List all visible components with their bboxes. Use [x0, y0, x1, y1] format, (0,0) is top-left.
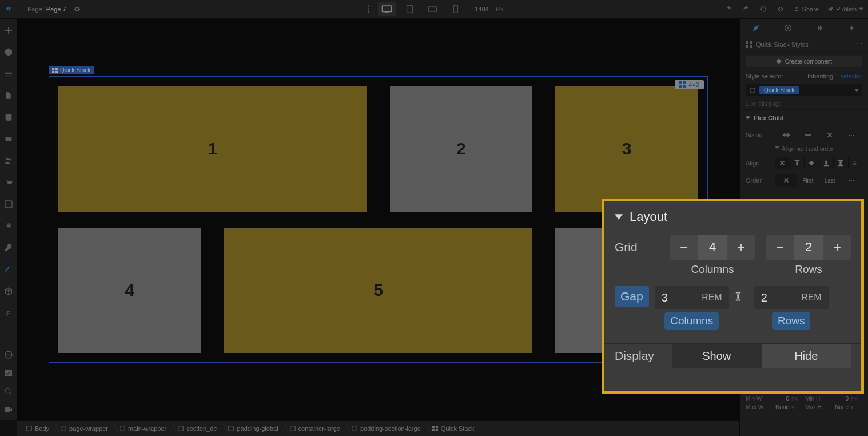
font-icon[interactable]: {F — [4, 308, 13, 318]
grid-dims-badge[interactable]: 4×2 — [675, 80, 704, 89]
tab-style-icon[interactable] — [750, 22, 762, 34]
cell-3[interactable]: 3 — [555, 86, 698, 212]
sizing-more-button[interactable]: ⋯ — [841, 129, 862, 141]
crumb-section[interactable]: section_de — [172, 421, 222, 436]
chevron-down-icon[interactable] — [854, 89, 859, 92]
gap-rows-sublabel[interactable]: Rows — [772, 312, 811, 330]
alignment-order-toggle[interactable]: Alignment and order — [740, 144, 868, 154]
rows-increment-button[interactable]: + — [823, 235, 851, 260]
device-tablet-button[interactable] — [400, 2, 419, 16]
undo-icon[interactable] — [724, 5, 734, 14]
display-show-button[interactable]: Show — [672, 344, 762, 368]
gap-label[interactable]: Gap — [615, 286, 649, 307]
sizing-grow-button[interactable] — [797, 129, 819, 141]
selector-row[interactable]: Quick Stack — [740, 82, 868, 98]
gap-columns-unit[interactable]: REM — [702, 292, 722, 303]
selector-tag[interactable]: Quick Stack — [759, 86, 799, 94]
maxh-unit[interactable]: ▾ — [851, 405, 862, 410]
order-more-button[interactable]: ⋯ — [841, 174, 862, 187]
order-first-button[interactable]: First — [797, 174, 819, 187]
search-icon[interactable] — [4, 387, 13, 396]
cell-4[interactable]: 4 — [58, 228, 201, 354]
device-mobile-landscape-button[interactable] — [423, 2, 441, 16]
more-menu-icon[interactable] — [364, 5, 373, 14]
align-center-button[interactable] — [805, 157, 819, 169]
cell-1[interactable]: 1 — [58, 86, 367, 212]
users-icon[interactable] — [4, 156, 13, 165]
maxw-value[interactable]: None — [774, 404, 789, 410]
viewport-width-value[interactable]: 1404 — [475, 6, 488, 13]
rows-decrement-button[interactable]: − — [766, 235, 794, 260]
preview-toggle-icon[interactable] — [73, 5, 81, 13]
publish-button[interactable]: Publish — [827, 6, 863, 13]
crumb-body[interactable]: Body — [21, 421, 55, 436]
rows-value[interactable]: 2 — [794, 235, 823, 260]
create-component-button[interactable]: Create component — [746, 56, 862, 67]
align-auto-button[interactable] — [775, 157, 790, 169]
crumb-quick-stack[interactable]: Quick Stack — [427, 421, 480, 436]
align-stretch-button[interactable] — [834, 157, 849, 169]
align-start-button[interactable] — [790, 157, 805, 169]
pages-icon[interactable] — [4, 91, 13, 100]
columns-decrement-button[interactable]: − — [670, 235, 698, 260]
minh-unit[interactable]: PX — [851, 396, 862, 402]
order-auto-button[interactable] — [775, 174, 797, 187]
columns-increment-button[interactable]: + — [727, 235, 755, 260]
page-name[interactable]: Page 7 — [46, 6, 66, 13]
display-toggle: Show Hide — [672, 344, 851, 368]
ecommerce-icon[interactable] — [4, 178, 13, 187]
add-element-icon[interactable] — [4, 26, 13, 35]
minw-unit[interactable]: PX — [791, 396, 803, 402]
cube-icon[interactable] — [4, 287, 13, 296]
maxh-value[interactable]: None — [834, 404, 849, 410]
code-icon[interactable] — [776, 5, 785, 14]
cell-5[interactable]: 5 — [224, 228, 533, 354]
device-desktop-button[interactable] — [377, 2, 396, 16]
svg-point-7 — [795, 7, 797, 9]
share-button[interactable]: Share — [793, 5, 819, 14]
align-end-button[interactable] — [819, 157, 834, 169]
tab-effects-icon[interactable] — [846, 22, 858, 34]
cell-2[interactable]: 2 — [390, 86, 533, 212]
gap-link-icon[interactable] — [732, 286, 751, 302]
crumb-padding-section-large[interactable]: padding-section-large — [346, 421, 427, 436]
layout-header[interactable]: Layout — [604, 201, 861, 232]
box-icon[interactable] — [4, 47, 13, 57]
redo-icon[interactable] — [742, 5, 751, 14]
flex-child-header[interactable]: Flex Child — [740, 109, 868, 126]
align-baseline-button[interactable]: A — [849, 157, 863, 169]
crumb-padding-global[interactable]: padding-global — [222, 421, 284, 436]
crumb-page-wrapper[interactable]: page-wrapper — [55, 421, 114, 436]
path-icon[interactable] — [4, 265, 13, 274]
apps-icon[interactable] — [4, 200, 13, 209]
selection-badge[interactable]: Quick Stack — [49, 66, 94, 74]
settings-icon[interactable] — [4, 221, 13, 231]
gap-columns-sublabel[interactable]: Columns — [664, 312, 719, 330]
cms-icon[interactable] — [4, 113, 13, 122]
order-last-button[interactable]: Last — [819, 174, 841, 187]
sync-icon[interactable] — [759, 5, 768, 14]
tab-settings-icon[interactable] — [782, 22, 794, 34]
tab-interactions-icon[interactable] — [814, 22, 826, 34]
assets-icon[interactable] — [4, 134, 13, 144]
minw-value[interactable]: 0 — [774, 395, 789, 402]
section-menu-icon[interactable]: ⋯ — [856, 41, 862, 48]
gap-columns-input[interactable]: 3 REM — [655, 286, 729, 309]
crumb-main-wrapper[interactable]: main-wrapper — [114, 421, 172, 436]
device-mobile-button[interactable] — [446, 2, 464, 16]
sizing-shrink-button[interactable] — [775, 129, 797, 141]
display-hide-button[interactable]: Hide — [762, 344, 851, 368]
layers-icon[interactable] — [4, 69, 13, 78]
video-icon[interactable] — [4, 405, 13, 414]
sizing-none-button[interactable] — [819, 129, 841, 141]
expand-icon[interactable] — [855, 114, 862, 121]
maxw-unit[interactable]: ▾ — [791, 405, 803, 410]
tool-icon[interactable] — [4, 243, 13, 252]
gap-rows-unit[interactable]: REM — [801, 292, 822, 303]
minh-value[interactable]: 0 — [834, 395, 849, 402]
crumb-container-large[interactable]: container-large — [284, 421, 346, 436]
gap-rows-input[interactable]: 2 REM — [754, 286, 829, 309]
columns-value[interactable]: 4 — [698, 235, 727, 260]
check-icon[interactable] — [4, 368, 13, 378]
help-icon[interactable]: ? — [4, 350, 13, 359]
